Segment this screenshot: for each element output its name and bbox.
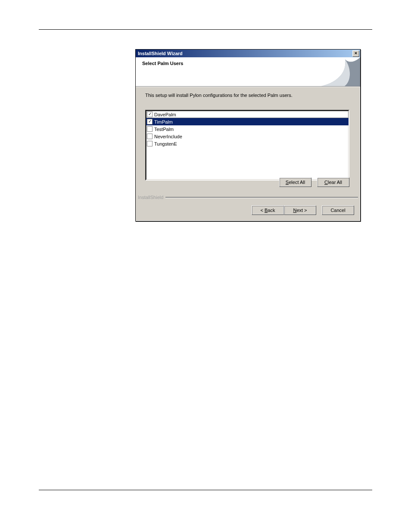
installshield-dialog: InstallShield Wizard × Select Palm Users… xyxy=(135,49,361,221)
page-curl-graphic xyxy=(321,57,360,86)
header-title: Select Palm Users xyxy=(142,61,183,66)
btn-text: Cancel xyxy=(330,208,345,213)
clear-all-button[interactable]: Clear All xyxy=(317,177,349,187)
list-item-label: DavePalm xyxy=(154,112,176,117)
list-item-label: TimPalm xyxy=(154,119,173,124)
checkbox[interactable] xyxy=(147,119,153,124)
select-all-button[interactable]: Select All xyxy=(279,177,311,187)
brand-rule xyxy=(165,197,358,198)
cancel-button[interactable]: Cancel xyxy=(322,205,354,215)
window-title: InstallShield Wizard xyxy=(138,51,183,56)
close-icon: × xyxy=(355,50,357,56)
title-bar[interactable]: InstallShield Wizard × xyxy=(136,50,360,57)
horizontal-rule-top xyxy=(39,29,372,30)
list-item[interactable]: DavePalm xyxy=(146,111,349,118)
horizontal-rule-bottom xyxy=(39,490,372,490)
list-item[interactable]: TestPalm xyxy=(146,125,349,133)
list-item-label: TestPalm xyxy=(154,127,174,132)
brand-line: InstallShield xyxy=(138,195,358,200)
btn-text: Clear All xyxy=(324,180,342,185)
description-text: This setup will install Pylon configurat… xyxy=(145,93,351,98)
header-panel: Select Palm Users xyxy=(136,57,360,87)
list-buttons: Select All Clear All xyxy=(279,177,349,187)
close-button[interactable]: × xyxy=(352,50,359,57)
list-item[interactable]: TungstenE xyxy=(146,140,349,147)
checkbox[interactable] xyxy=(147,141,153,146)
back-button[interactable]: < Back xyxy=(252,205,284,215)
palm-users-listbox[interactable]: DavePalmTimPalmTestPalmNeverIncludeTungs… xyxy=(145,110,349,180)
checkbox[interactable] xyxy=(147,126,153,132)
list-item-label: TungstenE xyxy=(154,141,177,146)
btn-text: < Back xyxy=(261,208,275,213)
body-panel: This setup will install Pylon configurat… xyxy=(136,87,360,220)
btn-text: Select All xyxy=(286,180,305,185)
btn-text: Next > xyxy=(293,208,307,213)
list-item-label: NeverInclude xyxy=(154,134,182,139)
next-button[interactable]: Next > xyxy=(284,205,316,215)
list-item[interactable]: TimPalm xyxy=(146,118,349,125)
checkbox[interactable] xyxy=(147,112,153,117)
list-item[interactable]: NeverInclude xyxy=(146,133,349,140)
brand-text: InstallShield xyxy=(138,195,165,200)
checkbox[interactable] xyxy=(147,134,153,139)
nav-buttons: < Back Next > Cancel xyxy=(252,205,354,215)
